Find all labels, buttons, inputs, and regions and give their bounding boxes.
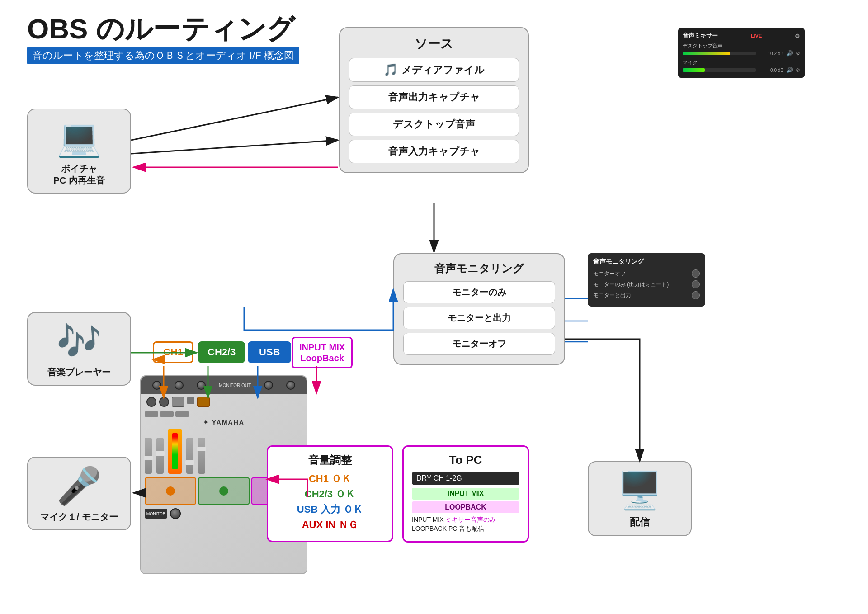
ms-circle-mute[interactable] <box>692 280 700 288</box>
topc-note1: INPUT MIX ミキサー音声のみ <box>412 516 519 524</box>
topc-box: To PC DRY CH 1-2G INPUT MIX LOOPBACK INP… <box>402 445 529 543</box>
obs-mic-gear: ⚙ <box>796 67 800 73</box>
button-row-1 <box>145 411 158 417</box>
ms-circle-output[interactable] <box>692 291 700 299</box>
obs-desktop-row: デスクトップ音声 -10.2 dB 🔊 ⚙ <box>683 43 800 57</box>
fader-2 <box>156 438 164 474</box>
topc-note1-val: ミキサー音声のみ <box>445 516 496 523</box>
usb-button[interactable]: USB <box>248 341 291 363</box>
voicechat-label: ボイチャ PC 内再生音 <box>53 163 104 186</box>
fader-4 <box>198 438 205 474</box>
delivery-label: 配信 <box>630 515 650 529</box>
mic-box: 🎤 マイク１/ モニター <box>27 457 131 530</box>
obs-mic-speaker: 🔊 <box>786 67 793 73</box>
level-meter <box>168 429 182 474</box>
obs-desktop-gear: ⚙ <box>796 51 800 57</box>
page-title: OBS のルーティング <box>27 14 299 44</box>
ms-circle-off[interactable] <box>692 269 700 278</box>
monitor-settings-panel: 音声モニタリング モニターオフ モニターのみ (出力はミュート) モニターと出力 <box>588 253 705 307</box>
ch23-section <box>198 477 250 505</box>
mixer-knob-1 <box>152 381 161 390</box>
vol-ch23: CH2/3 ＯＫ <box>276 487 384 501</box>
button-row-2 <box>160 411 174 417</box>
title-area: OBS のルーティング 音のルートを整理する為のＯＢＳとオーディオ I/F 概念… <box>27 14 299 64</box>
obs-panel-icon: ⚙ <box>795 33 800 39</box>
audio-monitoring-title: 音声モニタリング <box>403 261 555 276</box>
ms-label-output: モニターと出力 <box>593 292 631 299</box>
obs-mixer-panel: 音声ミキサー LIVE ⚙ デスクトップ音声 -10.2 dB 🔊 ⚙ マイク … <box>678 28 805 78</box>
obs-desktop-val: -10.2 dB <box>759 51 783 56</box>
topc-dry: DRY CH 1-2G <box>412 472 519 485</box>
obs-panel-title: 音声ミキサー <box>683 32 718 40</box>
topc-note2-val: PC 音も配信 <box>448 525 484 532</box>
page-subtitle: 音のルートを整理する為のＯＢＳとオーディオ I/F 概念図 <box>27 47 299 64</box>
voicechat-box: 💻 ボイチャ PC 内再生音 <box>27 109 131 194</box>
obs-desktop-label: デスクトップ音声 <box>683 43 800 49</box>
svg-line-6 <box>131 140 338 154</box>
vol-aux: AUX IN ＮＧ <box>276 518 384 532</box>
ts-connector <box>187 397 194 404</box>
xlr-connector <box>172 397 184 407</box>
ch1-section <box>145 477 196 505</box>
fader-3 <box>186 438 193 474</box>
fader-1 <box>145 438 152 474</box>
topc-inputmix: INPUT MIX <box>412 488 519 500</box>
ms-label-mute: モニターのみ (出力はミュート) <box>593 281 669 288</box>
mic-label: マイク１/ モニター <box>40 511 118 523</box>
topc-note2: LOOPBACK PC 音も配信 <box>412 525 519 533</box>
media-icon: 🎵 <box>383 63 398 77</box>
obs-mic-label: マイク <box>683 59 800 66</box>
ms-row-output: モニターと出力 <box>593 291 700 299</box>
mixer-knob-5 <box>286 381 295 390</box>
delivery-box: 🖥️ 配信 <box>588 461 692 536</box>
mixer-knob-3 <box>197 381 206 390</box>
volume-title: 音量調整 <box>276 453 384 468</box>
source-item-media: 🎵 メディアファイル <box>349 58 519 82</box>
mic-icon: 🎤 <box>57 465 102 507</box>
vol-usb: USB 入力 ＯＫ <box>276 503 384 516</box>
connector-2 <box>159 397 169 407</box>
ch1-button[interactable]: CH1 <box>153 341 193 363</box>
musicplayer-icon: 🎶 <box>57 320 102 363</box>
obs-mic-row: マイク 0.0 dB 🔊 ⚙ <box>683 59 800 73</box>
button-row-3 <box>175 411 189 417</box>
monitor-label-box: MONITOR <box>145 509 167 519</box>
monitor-out-label: MONITOR OUT <box>219 383 251 388</box>
vol-ch1: CH1 ＯＫ <box>276 472 384 486</box>
monitor-item-output: モニターと出力 <box>403 307 555 329</box>
mixer-knob-2 <box>175 381 184 390</box>
ms-row-mute: モニターのみ (出力はミュート) <box>593 280 700 288</box>
connector-row <box>141 394 307 410</box>
monitor-settings-title: 音声モニタリング <box>593 258 700 266</box>
source-box: ソース 🎵 メディアファイル 音声出力キャプチャ デスクトップ音声 音声入力キャ… <box>339 27 529 173</box>
mixer-header: MONITOR OUT <box>141 376 307 394</box>
ms-row-off: モニターオフ <box>593 269 700 278</box>
ms-label-off: モニターオフ <box>593 270 626 278</box>
volume-box: 音量調整 CH1 ＯＫ CH2/3 ＯＫ USB 入力 ＯＫ AUX IN ＮＧ <box>267 445 393 542</box>
source-item-audio-output: 音声出力キャプチャ <box>349 85 519 109</box>
ch23-button[interactable]: CH2/3 <box>198 341 245 363</box>
audio-monitoring-box: 音声モニタリング モニターのみ モニターと出力 モニターオフ <box>393 253 565 365</box>
obs-desktop-speaker: 🔊 <box>786 50 793 57</box>
musicplayer-label: 音楽プレーヤー <box>47 366 111 378</box>
monitor-item-only: モニターのみ <box>403 281 555 303</box>
svg-line-5 <box>131 97 338 140</box>
topc-title: To PC <box>412 453 519 467</box>
mixer-knob-4 <box>264 381 273 390</box>
source-item-audio-input: 音声入力キャプチャ <box>349 140 519 163</box>
delivery-icon: 🖥️ <box>617 469 662 512</box>
connector-1 <box>146 397 156 407</box>
source-title: ソース <box>349 35 519 52</box>
musicplayer-box: 🎶 音楽プレーヤー <box>27 312 131 386</box>
monitor-knob <box>170 508 181 519</box>
voicechat-icon: 💻 <box>57 117 102 159</box>
inputmix-button[interactable]: INPUT MIX LoopBack <box>292 337 353 368</box>
obs-live-badge: LIVE <box>751 33 762 38</box>
monitor-item-off: モニターオフ <box>403 333 555 355</box>
obs-mic-val: 0.0 dB <box>759 68 783 73</box>
topc-loopback: LOOPBACK <box>412 501 519 513</box>
rca-connector <box>197 397 210 407</box>
yamaha-label: ✦ YAMAHA <box>141 418 307 427</box>
source-item-desktop-audio: デスクトップ音声 <box>349 113 519 136</box>
